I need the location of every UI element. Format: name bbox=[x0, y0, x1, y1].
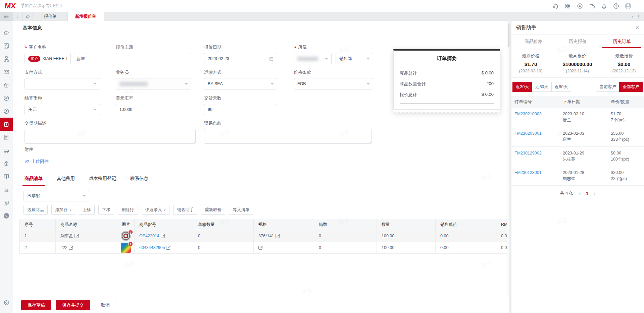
toolbar-button-5[interactable]: 快速录入∨ bbox=[142, 205, 170, 215]
range-filter-0[interactable]: 近30天 bbox=[512, 82, 532, 92]
detail-tab-3[interactable]: 联系信息 bbox=[130, 176, 148, 186]
rail-item-monitor[interactable] bbox=[0, 196, 13, 209]
tab-more-icon[interactable]: ⋮ bbox=[636, 14, 641, 19]
shipping-select[interactable]: BY SEA bbox=[204, 78, 277, 89]
headset-icon[interactable] bbox=[552, 2, 559, 10]
rail-item-book[interactable] bbox=[0, 170, 13, 183]
toolbar-button-0[interactable]: 选择商品 bbox=[23, 205, 48, 215]
toolbar-button-1[interactable]: 添加行∨ bbox=[51, 205, 75, 215]
delivery-desc-textarea[interactable] bbox=[24, 129, 196, 144]
rail-item-compass[interactable] bbox=[0, 91, 13, 105]
footer-button-2[interactable]: 取消 bbox=[95, 300, 116, 310]
order-number-link[interactable]: FM230128001 bbox=[511, 170, 560, 176]
chevron-down-icon[interactable] bbox=[635, 2, 639, 10]
apps-grid-icon[interactable] bbox=[564, 2, 572, 10]
payment-select[interactable] bbox=[24, 78, 100, 89]
range-filter-1[interactable]: 近60天 bbox=[532, 82, 552, 92]
product-code-link[interactable]: 60434432905 bbox=[139, 245, 165, 250]
tab-scroll-right-icon[interactable]: › bbox=[632, 14, 633, 19]
rail-item-org[interactable] bbox=[0, 52, 13, 65]
customer-tag: 客户 bbox=[28, 56, 40, 62]
collapse-menu-icon bbox=[3, 13, 9, 19]
rail-item-circle-a[interactable] bbox=[0, 105, 13, 118]
order-number-link[interactable]: FM230210003 bbox=[511, 111, 560, 117]
rail-item-receipt[interactable] bbox=[0, 131, 13, 144]
edit-icon[interactable] bbox=[161, 234, 165, 238]
tab-back-button[interactable] bbox=[13, 12, 23, 21]
rail-item-chart[interactable] bbox=[0, 183, 13, 196]
detail-tab-2[interactable]: 成本费用登记 bbox=[89, 176, 116, 186]
app-logo[interactable]: MX bbox=[4, 2, 16, 10]
category-select[interactable]: 汽摩配 bbox=[23, 190, 89, 201]
toolbar-button-8[interactable]: 导入清单 bbox=[229, 205, 253, 215]
todo-clock-icon[interactable] bbox=[588, 2, 596, 10]
add-customer-button[interactable]: 新增 bbox=[74, 53, 87, 64]
close-icon[interactable]: ✕ bbox=[635, 25, 639, 30]
column-header: 单价/数量 bbox=[608, 99, 644, 105]
assistant-tab-1[interactable]: 历史报价 bbox=[556, 35, 600, 48]
rail-item-settings[interactable] bbox=[0, 296, 13, 309]
rail-item-truck[interactable] bbox=[0, 144, 13, 157]
rail-item-quotation[interactable] bbox=[0, 118, 13, 131]
avatar[interactable] bbox=[625, 2, 632, 10]
price-terms-select[interactable]: FOB bbox=[294, 78, 373, 89]
edit-icon[interactable] bbox=[69, 246, 73, 250]
truck-icon bbox=[3, 147, 10, 154]
edit-icon[interactable] bbox=[276, 234, 280, 238]
exchange-rate-input[interactable]: 1.0000 bbox=[116, 104, 191, 115]
next-page-icon[interactable]: › bbox=[594, 190, 595, 196]
customer-filter-0[interactable]: 当前客户 bbox=[596, 82, 620, 92]
footer-button-0[interactable]: 保存草稿 bbox=[21, 300, 51, 310]
assistant-tab-2[interactable]: 历史订单 bbox=[600, 35, 644, 48]
order-number-link[interactable]: FM230203001 bbox=[511, 130, 560, 136]
tab-home-button[interactable] bbox=[23, 12, 33, 21]
prev-page-icon[interactable]: ‹ bbox=[579, 190, 581, 196]
quote-date-input[interactable]: 2023-02-23 bbox=[204, 53, 277, 64]
price-stat: 最低报价$0.00(2022-12-13) bbox=[605, 53, 643, 73]
toolbar-button-6[interactable]: 销售助手 bbox=[173, 205, 197, 215]
bell-icon[interactable] bbox=[600, 2, 608, 10]
product-code-link[interactable]: OE422014 bbox=[139, 234, 159, 238]
circle-a-icon bbox=[3, 108, 10, 115]
owner-person-select[interactable] bbox=[294, 53, 332, 64]
delivery-days-input[interactable]: 90 bbox=[204, 104, 277, 115]
redacted-text bbox=[297, 57, 318, 61]
toolbar-button-7[interactable]: 重新取价 bbox=[201, 205, 225, 215]
help-icon[interactable] bbox=[612, 2, 620, 10]
trade-terms-textarea[interactable] bbox=[204, 129, 372, 144]
customer-input[interactable]: 客户 XIAN FREE TRADE PO bbox=[24, 53, 71, 64]
subject-input[interactable] bbox=[116, 53, 191, 64]
collapse-menu-button[interactable] bbox=[0, 12, 13, 21]
upload-attachment-link[interactable]: 上传附件 bbox=[24, 159, 49, 165]
rail-item-mail[interactable] bbox=[0, 65, 13, 78]
toolbar-button-4[interactable]: 删除行 bbox=[118, 205, 138, 215]
currency-select[interactable]: 美元 bbox=[24, 104, 100, 115]
rail-item-bag[interactable] bbox=[0, 78, 13, 91]
detail-tab-1[interactable]: 其他费用 bbox=[57, 176, 75, 186]
image-count-badge: 1 bbox=[128, 230, 133, 235]
toolbar-button-3[interactable]: 下移 bbox=[98, 205, 114, 215]
vertical-scrollbar[interactable] bbox=[507, 21, 509, 297]
edit-icon[interactable] bbox=[166, 246, 170, 250]
rail-item-whatsapp-filled[interactable] bbox=[0, 209, 13, 222]
rail-item-home[interactable] bbox=[0, 26, 13, 39]
quotation-icon bbox=[3, 121, 10, 128]
edit-icon[interactable] bbox=[258, 246, 262, 250]
column-header: 商品货号 bbox=[135, 219, 193, 230]
rail-item-money-bag[interactable] bbox=[0, 157, 13, 170]
footer-button-1[interactable]: 保存并提交 bbox=[56, 300, 90, 310]
range-filter-2[interactable]: 近90天 bbox=[551, 82, 571, 92]
assistant-tab-0[interactable]: 商品价格 bbox=[511, 35, 556, 48]
edit-icon[interactable] bbox=[75, 234, 79, 238]
salesman-select[interactable] bbox=[116, 78, 191, 89]
owner-dept-select[interactable]: 销售部 bbox=[336, 53, 373, 64]
customer-filter-1[interactable]: 全部客户 bbox=[619, 82, 643, 92]
toolbar-button-2[interactable]: 上移 bbox=[79, 205, 95, 215]
rail-item-contacts[interactable] bbox=[0, 39, 13, 52]
page-tab-1[interactable]: 新增报价单 bbox=[68, 12, 104, 21]
whatsapp-icon[interactable] bbox=[576, 2, 584, 10]
order-number-link[interactable]: FM230129002 bbox=[511, 150, 560, 156]
current-page[interactable]: 1 bbox=[586, 191, 588, 196]
detail-tab-0[interactable]: 商品清单 bbox=[24, 176, 43, 186]
page-tab-0[interactable]: 报价单 bbox=[33, 12, 68, 21]
